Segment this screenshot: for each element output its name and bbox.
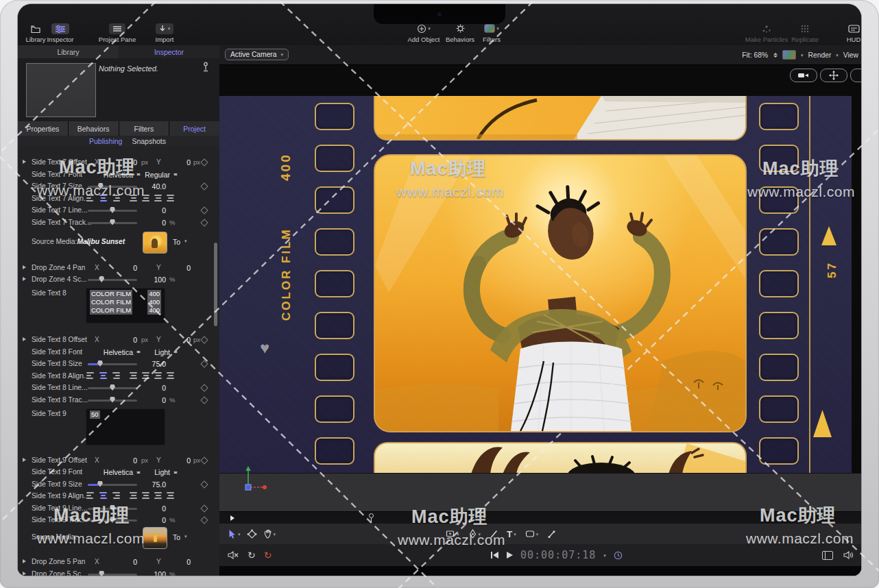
y-value-field[interactable]: 0	[162, 264, 191, 272]
disclosure-triangle[interactable]	[23, 458, 26, 462]
select-tool[interactable]: ▾	[228, 529, 241, 539]
align-button[interactable]	[166, 195, 175, 202]
to-popup[interactable]: To	[173, 533, 180, 541]
mask-tool[interactable]: ▾	[446, 530, 459, 539]
align-button[interactable]	[99, 195, 108, 202]
align-button[interactable]	[129, 372, 138, 380]
slider-value-field[interactable]: 0	[130, 396, 166, 404]
x-value-field[interactable]: 0	[104, 336, 137, 344]
subtab-snapshots[interactable]: Snapshots	[132, 137, 166, 145]
align-button[interactable]	[154, 372, 162, 380]
inspector-button[interactable]: Inspector	[44, 22, 77, 43]
font-style-popup[interactable]: Light	[144, 348, 170, 356]
add-object-button[interactable]: ▾ Add Object	[402, 22, 446, 43]
project-pane-button[interactable]: Project Pane	[92, 22, 143, 43]
font-family-popup[interactable]: Helvetica	[86, 171, 133, 179]
slider-thumb[interactable]	[97, 481, 103, 487]
stepper-control[interactable]	[173, 469, 178, 476]
align-button[interactable]	[99, 492, 108, 500]
stepper-control[interactable]	[136, 349, 141, 356]
text-value-area[interactable]: COLOR FILM400COLOR FILM400COLOR FILM400	[86, 288, 165, 323]
slider-thumb[interactable]	[110, 517, 115, 523]
camera-view-button[interactable]	[790, 69, 817, 82]
align-button[interactable]	[86, 372, 95, 380]
zoom-stepper[interactable]	[773, 51, 778, 58]
record-button[interactable]: ↻	[264, 550, 272, 560]
slider-value-field[interactable]: 0	[130, 219, 166, 227]
y-value-field[interactable]: 0	[162, 158, 191, 167]
filters-button[interactable]: ▾ Filters	[476, 22, 507, 43]
channels-thumb[interactable]	[782, 50, 796, 60]
pan-view-button[interactable]	[820, 69, 847, 82]
tab-filters[interactable]: Filters	[119, 121, 169, 136]
mini-timeline[interactable]	[219, 511, 861, 525]
hand-tool[interactable]: ▾	[263, 529, 276, 539]
align-button[interactable]	[154, 492, 162, 500]
stepper-control[interactable]	[173, 349, 178, 356]
slider-value-field[interactable]: 40.0	[130, 182, 166, 191]
x-value-field[interactable]: 0	[104, 456, 137, 465]
shape-tool[interactable]: ▾	[525, 530, 539, 538]
to-popup[interactable]: To	[173, 238, 180, 246]
keyframe-diamond[interactable]	[200, 360, 208, 367]
zoom-level[interactable]: Fit: 68%	[742, 51, 768, 59]
slider-value-field[interactable]: 0	[130, 504, 166, 513]
align-button[interactable]	[141, 492, 150, 500]
keyframe-diamond[interactable]	[200, 480, 208, 488]
media-thumbnail[interactable]	[143, 527, 167, 549]
audio-icon[interactable]	[843, 551, 854, 559]
disclosure-triangle[interactable]	[23, 337, 26, 341]
disclosure-triangle[interactable]	[23, 160, 26, 164]
play-button[interactable]	[507, 552, 513, 559]
align-button[interactable]	[129, 492, 138, 500]
slider-value-field[interactable]: 0	[130, 384, 166, 392]
stepper-control[interactable]	[136, 469, 141, 476]
keyframe-diamond[interactable]	[200, 219, 208, 226]
mini-timeline-marker[interactable]	[368, 513, 374, 523]
disclosure-triangle[interactable]	[23, 265, 26, 269]
transform-3d-tool[interactable]	[247, 529, 257, 539]
media-thumbnail[interactable]	[143, 232, 167, 254]
font-style-popup[interactable]: Light	[144, 468, 170, 476]
bezier-pen-tool[interactable]: ▾	[468, 529, 481, 539]
font-style-popup[interactable]: Regular	[144, 171, 170, 179]
slider-value-field[interactable]: 75.0	[130, 360, 166, 368]
keyframe-diamond[interactable]	[200, 456, 208, 464]
tab-project[interactable]: Project	[169, 121, 219, 136]
align-button[interactable]	[141, 195, 150, 202]
slider-thumb[interactable]	[110, 384, 115, 391]
keyframe-diamond[interactable]	[200, 396, 208, 404]
mute-button[interactable]	[228, 551, 239, 559]
align-button[interactable]	[86, 195, 95, 202]
disclosure-triangle[interactable]	[23, 559, 26, 563]
slider-value-field[interactable]: 100	[130, 275, 166, 284]
x-value-field[interactable]: 0	[104, 158, 137, 167]
text-tool[interactable]: T ▾	[507, 530, 516, 539]
align-button[interactable]	[111, 195, 120, 202]
mini-timeline-playhead[interactable]	[230, 515, 234, 521]
timecode-display[interactable]: 00:00:07:18	[520, 549, 596, 561]
align-button[interactable]	[154, 195, 162, 202]
slider-thumb[interactable]	[110, 397, 115, 403]
paint-stroke-tool[interactable]	[490, 530, 498, 539]
subtab-publishing[interactable]: Publishing	[89, 137, 122, 145]
font-family-popup[interactable]: Helvetica	[86, 468, 133, 476]
tab-properties[interactable]: Properties	[18, 121, 68, 136]
show-frame-icon[interactable]	[822, 551, 833, 560]
font-family-popup[interactable]: Helvetica	[86, 348, 133, 356]
tab-inspector[interactable]: Inspector	[119, 45, 219, 58]
pin-icon[interactable]	[202, 62, 210, 73]
panel-scrollbar[interactable]	[214, 243, 217, 326]
align-button[interactable]	[166, 492, 175, 500]
x-value-field[interactable]: 0	[104, 264, 137, 272]
make-particles-button[interactable]: Make Particles	[742, 22, 791, 43]
stepper-control[interactable]	[173, 171, 178, 178]
y-value-field[interactable]: 0	[162, 558, 191, 566]
slider-value-field[interactable]: 0	[130, 516, 166, 524]
camera-select[interactable]: Active Camera▾	[225, 49, 289, 60]
disclosure-triangle[interactable]	[23, 277, 26, 281]
loop-button[interactable]: ↻	[248, 550, 256, 560]
behaviors-button[interactable]: Behaviors	[440, 22, 480, 43]
go-to-start-button[interactable]	[491, 552, 499, 559]
timecode-menu-chevron[interactable]: ▾	[603, 553, 606, 558]
